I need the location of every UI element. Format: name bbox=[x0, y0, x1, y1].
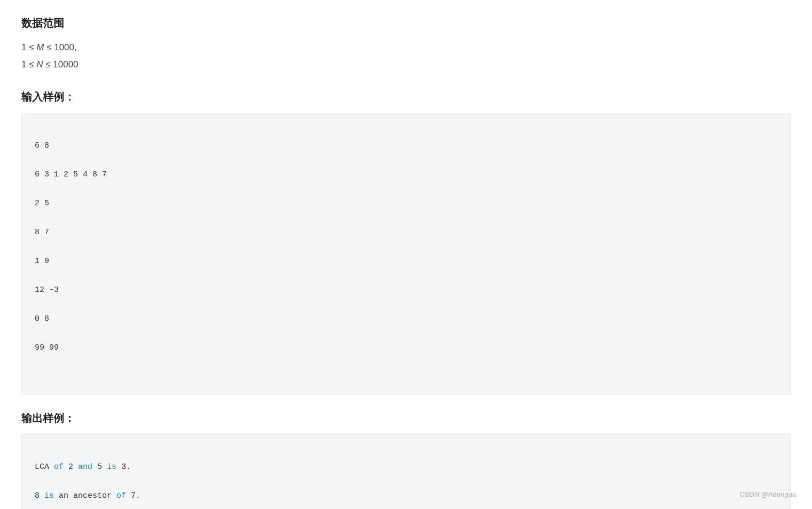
input-line-1: 6 8 bbox=[35, 138, 777, 153]
output-example-title: 输出样例： bbox=[21, 411, 791, 426]
output-line-1: LCA of 2 and 5 is 3. bbox=[35, 460, 777, 474]
output-example-block: LCA of 2 and 5 is 3. 8 is an ancestor of… bbox=[21, 434, 791, 509]
data-range-title: 数据范围 bbox=[21, 16, 791, 30]
constraint-line-2: 1 ≤ N ≤ 10000 bbox=[21, 56, 791, 73]
keyword-is-2: is bbox=[44, 491, 54, 500]
input-line-3: 2 5 bbox=[35, 196, 777, 211]
input-example-block: 6 8 6 3 1 2 5 4 8 7 2 5 8 7 1 9 12 -3 0 … bbox=[21, 113, 791, 395]
input-example-section: 输入样例： 6 8 6 3 1 2 5 4 8 7 2 5 8 7 1 9 12… bbox=[21, 90, 791, 395]
input-line-7: 0 8 bbox=[35, 312, 777, 326]
keyword-and-1: and bbox=[78, 462, 92, 472]
keyword-of-2: of bbox=[116, 491, 126, 500]
output-line-2: 8 is an ancestor of 7. bbox=[35, 489, 777, 503]
input-line-4: 8 7 bbox=[35, 225, 777, 240]
input-line-5: 1 9 bbox=[35, 254, 777, 268]
output-example-section: 输出样例： LCA of 2 and 5 is 3. 8 is an ances… bbox=[21, 411, 791, 509]
input-line-6: 12 -3 bbox=[35, 283, 777, 297]
footer-text: CSDN @Adongua bbox=[739, 490, 796, 498]
input-example-title: 输入样例： bbox=[21, 90, 791, 104]
data-range-section: 数据范围 1 ≤ M ≤ 1000, 1 ≤ N ≤ 10000 bbox=[21, 16, 791, 74]
constraint-line-1: 1 ≤ M ≤ 1000, bbox=[21, 39, 791, 56]
input-line-8: 99 99 bbox=[35, 341, 777, 355]
keyword-of-1: of bbox=[54, 462, 64, 472]
keyword-is-1: is bbox=[107, 462, 116, 472]
input-line-2: 6 3 1 2 5 4 8 7 bbox=[35, 167, 777, 182]
